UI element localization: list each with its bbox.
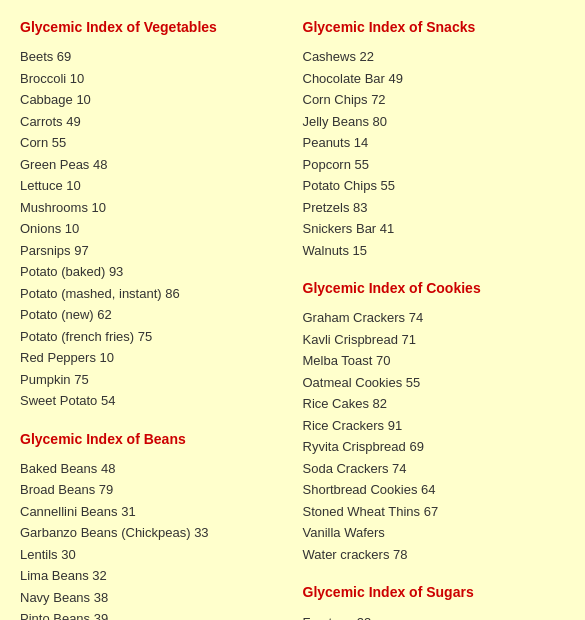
list-item: Ryvita Crispbread 69 [303, 436, 566, 458]
list-item: Broad Beans 79 [20, 479, 283, 501]
list-item: Fructose 23 [303, 612, 566, 620]
sugars-section: Glycemic Index of Sugars Fructose 23Gluc… [303, 583, 566, 620]
list-item: Baked Beans 48 [20, 458, 283, 480]
list-item: Shortbread Cookies 64 [303, 479, 566, 501]
list-item: Jelly Beans 80 [303, 111, 566, 133]
list-item: Potato (baked) 93 [20, 261, 283, 283]
list-item: Beets 69 [20, 46, 283, 68]
sugars-list: Fructose 23Glucose 100Honey 58Lactose 46… [303, 612, 566, 620]
list-item: Sweet Potato 54 [20, 390, 283, 412]
list-item: Soda Crackers 74 [303, 458, 566, 480]
list-item: Carrots 49 [20, 111, 283, 133]
list-item: Mushrooms 10 [20, 197, 283, 219]
list-item: Navy Beans 38 [20, 587, 283, 609]
list-item: Water crackers 78 [303, 544, 566, 566]
list-item: Graham Crackers 74 [303, 307, 566, 329]
beans-title: Glycemic Index of Beans [20, 430, 283, 448]
list-item: Popcorn 55 [303, 154, 566, 176]
list-item: Potato Chips 55 [303, 175, 566, 197]
list-item: Rice Crackers 91 [303, 415, 566, 437]
snacks-section: Glycemic Index of Snacks Cashews 22Choco… [303, 18, 566, 261]
list-item: Snickers Bar 41 [303, 218, 566, 240]
list-item: Rice Cakes 82 [303, 393, 566, 415]
list-item: Potato (new) 62 [20, 304, 283, 326]
vegetables-title: Glycemic Index of Vegetables [20, 18, 283, 36]
vegetables-list: Beets 69Broccoli 10Cabbage 10Carrots 49C… [20, 46, 283, 412]
cookies-section: Glycemic Index of Cookies Graham Cracker… [303, 279, 566, 565]
beans-list: Baked Beans 48Broad Beans 79Cannellini B… [20, 458, 283, 620]
page: Glycemic Index of Vegetables Beets 69Bro… [0, 0, 585, 620]
list-item: Melba Toast 70 [303, 350, 566, 372]
list-item: Oatmeal Cookies 55 [303, 372, 566, 394]
list-item: Potato (french fries) 75 [20, 326, 283, 348]
sugars-title: Glycemic Index of Sugars [303, 583, 566, 601]
snacks-title: Glycemic Index of Snacks [303, 18, 566, 36]
list-item: Cashews 22 [303, 46, 566, 68]
vegetables-section: Glycemic Index of Vegetables Beets 69Bro… [20, 18, 283, 412]
list-item: Broccoli 10 [20, 68, 283, 90]
list-item: Onions 10 [20, 218, 283, 240]
right-column: Glycemic Index of Snacks Cashews 22Choco… [303, 18, 566, 620]
list-item: Chocolate Bar 49 [303, 68, 566, 90]
list-item: Kavli Crispbread 71 [303, 329, 566, 351]
list-item: Corn Chips 72 [303, 89, 566, 111]
snacks-list: Cashews 22Chocolate Bar 49Corn Chips 72J… [303, 46, 566, 261]
beans-section: Glycemic Index of Beans Baked Beans 48Br… [20, 430, 283, 620]
list-item: Lettuce 10 [20, 175, 283, 197]
cookies-list: Graham Crackers 74Kavli Crispbread 71Mel… [303, 307, 566, 565]
list-item: Peanuts 14 [303, 132, 566, 154]
list-item: Green Peas 48 [20, 154, 283, 176]
list-item: Lentils 30 [20, 544, 283, 566]
list-item: Pumpkin 75 [20, 369, 283, 391]
list-item: Lima Beans 32 [20, 565, 283, 587]
list-item: Red Peppers 10 [20, 347, 283, 369]
list-item: Parsnips 97 [20, 240, 283, 262]
list-item: Pinto Beans 39 [20, 608, 283, 620]
cookies-title: Glycemic Index of Cookies [303, 279, 566, 297]
list-item: Stoned Wheat Thins 67 [303, 501, 566, 523]
list-item: Vanilla Wafers [303, 522, 566, 544]
list-item: Potato (mashed, instant) 86 [20, 283, 283, 305]
left-column: Glycemic Index of Vegetables Beets 69Bro… [20, 18, 283, 620]
list-item: Cannellini Beans 31 [20, 501, 283, 523]
list-item: Cabbage 10 [20, 89, 283, 111]
list-item: Corn 55 [20, 132, 283, 154]
list-item: Pretzels 83 [303, 197, 566, 219]
list-item: Walnuts 15 [303, 240, 566, 262]
list-item: Garbanzo Beans (Chickpeas) 33 [20, 522, 283, 544]
